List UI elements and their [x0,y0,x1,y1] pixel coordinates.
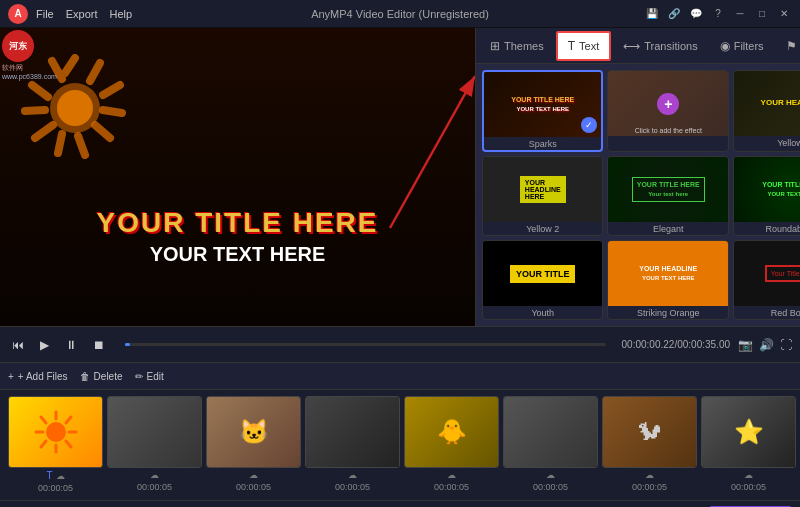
effect-youth-thumb: YOUR TITLE [483,241,602,306]
app-logo: A [8,4,28,24]
tab-elements[interactable]: ⚑ Elements [776,33,800,59]
help-icon[interactable]: ? [710,6,726,22]
stop-button[interactable]: ⏹ [89,336,109,354]
effect-youth[interactable]: YOUR TITLE Youth [482,240,603,320]
clip-gray2-thumb [305,396,400,468]
clip-cat-bg: 🐱 [207,397,300,467]
effect-yellow1[interactable]: YOUR HEADLINE Yellow 1 [733,70,800,152]
clip-duck-labels: ☁ [447,470,456,480]
add-files-button[interactable]: + + Add Files [8,371,68,382]
clip-star-thumb: ⭐ [701,396,796,468]
close-button[interactable]: ✕ [776,6,792,22]
tab-transitions-label: Transitions [644,40,697,52]
play-button[interactable]: ▶ [36,336,53,354]
preview-content: YOUR TITLE HERE YOUR TEXT HERE 河东 软件网 ww… [0,28,475,326]
clip-gray1-bg [108,397,201,467]
themes-icon: ⊞ [490,39,500,53]
sparks-text: YOUR TITLE HEREYOUR TEXT HERE [511,95,574,114]
clip-gray1-audio-icon: ☁ [150,470,159,480]
preview-line2: YOUR TEXT HERE [96,243,378,266]
clip-gray3-labels: ☁ [546,470,555,480]
add-files-label: + Add Files [18,371,68,382]
tab-text[interactable]: T Text [556,31,612,61]
effect-redborder[interactable]: Your Title Here Red Border [733,240,800,320]
effect-roundabout[interactable]: YOUR TITLE HEREYOUR TEXT HERE Roundabout… [733,156,800,236]
delete-button[interactable]: 🗑 Delete [80,371,123,382]
effect-redborder-label: Red Border [734,306,800,320]
feedback-icon[interactable]: 💬 [688,6,704,22]
edit-label: Edit [147,371,164,382]
clip-duck-bg: 🐥 [405,397,498,467]
delete-label: Delete [94,371,123,382]
save-icon[interactable]: 💾 [644,6,660,22]
tab-themes-label: Themes [504,40,544,52]
selected-badge: ✓ [581,117,597,133]
timeline-toolbar: + + Add Files 🗑 Delete ✏ Edit [0,362,800,390]
clip-cat[interactable]: 🐱 ☁ 00:00:05 [206,396,301,492]
menu-bar: File Export Help [36,8,132,20]
watermark: 河东 软件网 www.pc6389.com [2,30,57,80]
clip-sun[interactable]: T ☁ 00:00:05 [8,396,103,493]
effect-yellow2[interactable]: YOURHEADLINEHERE Yellow 2 [482,156,603,236]
tab-filters[interactable]: ◉ Filters [710,33,774,59]
effect-hint[interactable]: + Click to add the effect . [607,70,729,152]
effect-elegant[interactable]: YOUR TITLE HEREYour text here Elegant [607,156,729,236]
clip-star[interactable]: ⭐ ☁ 00:00:05 [701,396,796,492]
clip-gray1-labels: ☁ [150,470,159,480]
clip-gray3-bg [504,397,597,467]
svg-line-9 [32,85,48,97]
screenshot-icon[interactable]: 📷 [738,338,753,352]
maximize-button[interactable]: □ [754,6,770,22]
watermark-text2: www.pc6389.com [2,73,57,80]
svg-line-3 [103,110,122,113]
transitions-icon: ⟷ [623,39,640,53]
clip-duck[interactable]: 🐥 ☁ 00:00:05 [404,396,499,492]
svg-line-6 [58,134,62,153]
filters-icon: ◉ [720,39,730,53]
menu-help[interactable]: Help [110,8,133,20]
svg-line-7 [35,125,53,138]
minimize-button[interactable]: ─ [732,6,748,22]
effect-yellow2-thumb: YOURHEADLINEHERE [483,157,602,222]
menu-file[interactable]: File [36,8,54,20]
effect-striking[interactable]: YOUR HEADLINEYOUR TEXT HERE Striking Ora… [607,240,729,320]
playback-bar: ⏮ ▶ ⏸ ⏹ 00:00:00.22/00:00:35.00 📷 🔊 ⛶ [0,326,800,362]
svg-line-5 [78,136,85,155]
effect-sparks-thumb: YOUR TITLE HEREYOUR TEXT HERE ✓ [484,72,601,137]
svg-point-15 [46,422,66,442]
svg-line-1 [90,63,100,81]
clip-cat-thumb: 🐱 [206,396,301,468]
share-icon[interactable]: 🔗 [666,6,682,22]
volume-icon[interactable]: 🔊 [759,338,774,352]
menu-export[interactable]: Export [66,8,98,20]
clip-gray2-bg [306,397,399,467]
effect-sparks[interactable]: YOUR TITLE HEREYOUR TEXT HERE ✓ Sparks [482,70,603,152]
clip-gray1[interactable]: ☁ 00:00:05 [107,396,202,492]
clip-sun-text-icon: T [46,470,52,481]
fullscreen-icon[interactable]: ⛶ [780,338,792,352]
effect-striking-label: Striking Orange [608,306,728,320]
edit-button[interactable]: ✏ Edit [135,371,164,382]
prev-button[interactable]: ⏮ [8,336,28,354]
clip-gray3[interactable]: ☁ 00:00:05 [503,396,598,492]
add-files-icon: + [8,371,14,382]
watermark-logo: 河东 [2,30,34,62]
clip-cat-labels: ☁ [249,470,258,480]
pause-button[interactable]: ⏸ [61,336,81,354]
tabs-row: ⊞ Themes T Text ⟷ Transitions ◉ Filters … [476,28,800,64]
hint-text: Click to add the effect [608,127,728,134]
tab-text-label: Text [579,40,599,52]
svg-line-4 [95,125,110,138]
tab-themes[interactable]: ⊞ Themes [480,33,554,59]
clip-squirrel-duration: 00:00:05 [632,482,667,492]
clip-squirrel-labels: ☁ [645,470,654,480]
clip-star-bg: ⭐ [702,397,795,467]
clip-gray2[interactable]: ☁ 00:00:05 [305,396,400,492]
clip-squirrel-thumb: 🐿 [602,396,697,468]
progress-bar[interactable] [125,343,606,346]
tab-transitions[interactable]: ⟷ Transitions [613,33,707,59]
effect-redborder-thumb: Your Title Here [734,241,800,306]
elements-icon: ⚑ [786,39,797,53]
clip-squirrel[interactable]: 🐿 ☁ 00:00:05 [602,396,697,492]
effect-striking-thumb: YOUR HEADLINEYOUR TEXT HERE [608,241,728,306]
